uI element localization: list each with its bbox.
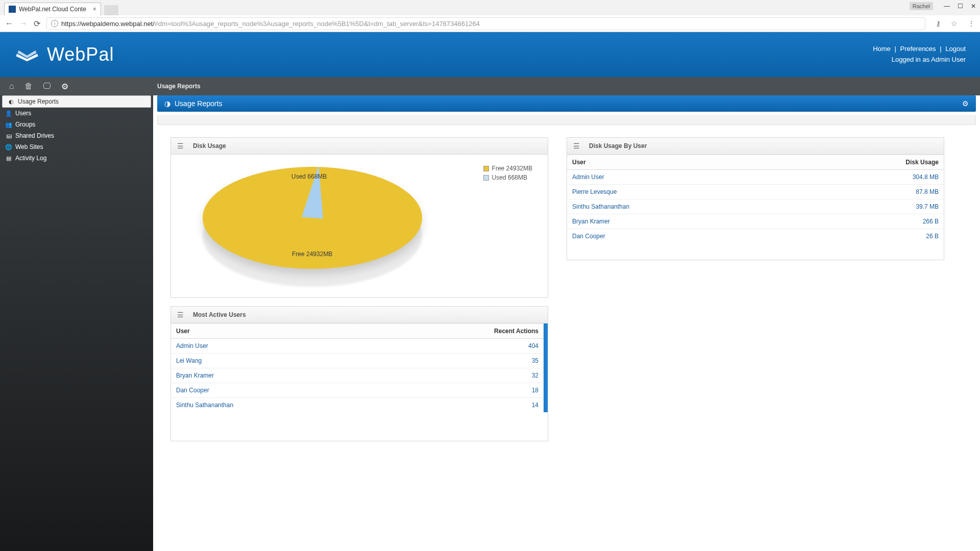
app-header: WebPal Home | Preferences | Logout Logge… [0, 32, 980, 77]
sidebar-item-shared-drives[interactable]: 🖴 Shared Drives [0, 130, 153, 141]
key-icon[interactable]: ⚷ [936, 19, 941, 28]
table-row[interactable]: Admin User404 [171, 339, 544, 354]
legend-swatch-used [483, 175, 489, 181]
home-link[interactable]: Home [873, 45, 891, 53]
url-host: https://webpaldemo.webpal.net/ [61, 20, 155, 28]
preferences-link[interactable]: Preferences [900, 45, 936, 53]
drive-icon: 🖴 [5, 132, 12, 139]
col-user: User [567, 155, 797, 170]
monitor-icon[interactable]: 🖵 [43, 82, 51, 91]
url-input[interactable]: i https://webpaldemo.webpal.net/#dm=tool… [46, 17, 925, 30]
sidebar-item-web-sites[interactable]: 🌐 Web Sites [0, 141, 153, 153]
cell-actions: 14 [377, 398, 544, 413]
panel-gear-icon[interactable]: ⚙ [962, 99, 969, 108]
pie-label-used: Used 668MB [291, 173, 327, 180]
sidebar: ◐ Usage Reports 👤 Users 👥 Groups 🖴 Share… [0, 95, 153, 551]
separator: | [940, 45, 941, 53]
tab-bar: WebPal.net Cloud Conte × Rachel — ☐ ✕ [0, 0, 980, 15]
list-icon[interactable]: ☰ [177, 311, 184, 319]
card-disk-usage-by-user: ☰ Disk Usage By User User Disk Usage Adm… [567, 137, 944, 260]
card-header: ☰ Disk Usage By User [567, 138, 944, 155]
table-row[interactable]: Dan Cooper18 [171, 383, 544, 398]
sub-toolbar [157, 115, 976, 125]
close-window-icon[interactable]: ✕ [970, 3, 977, 10]
list-icon[interactable]: ☰ [573, 142, 580, 150]
sidebar-item-users[interactable]: 👤 Users [0, 108, 153, 119]
sidebar-item-label: Web Sites [15, 143, 43, 151]
logo-mark-icon [14, 44, 40, 65]
header-links: Home | Preferences | Logout Logged in as… [873, 44, 966, 65]
site-info-icon[interactable]: i [51, 20, 58, 27]
card-title: Most Active Users [193, 311, 246, 318]
chart-icon: ◐ [8, 98, 15, 105]
brand-logo[interactable]: WebPal [14, 44, 114, 65]
cell-actions: 35 [377, 354, 544, 368]
sidebar-item-activity-log[interactable]: ▤ Activity Log [0, 153, 153, 164]
gear-icon[interactable]: ⚙ [61, 82, 68, 91]
cell-usage: 266 B [797, 214, 944, 229]
sidebar-item-groups[interactable]: 👥 Groups [0, 119, 153, 130]
table-row[interactable]: Bryan Kramer32 [171, 368, 544, 383]
table-row[interactable]: Admin User304.8 MB [567, 170, 944, 185]
cell-user: Sinthu Sathananthan [567, 199, 797, 214]
sidebar-item-label: Usage Reports [18, 98, 59, 105]
reload-icon[interactable]: ⟳ [34, 19, 40, 29]
col-actions: Recent Actions [377, 324, 544, 339]
table-row[interactable]: Bryan Kramer266 B [567, 214, 944, 229]
card-title: Disk Usage By User [589, 142, 647, 149]
back-icon[interactable]: ← [5, 19, 13, 28]
url-rest: #dm=tool%3Ausage_reports_node%3Ausage_re… [155, 20, 480, 28]
user-icon: 👤 [5, 110, 12, 117]
table-row[interactable]: Lei Wang35 [171, 354, 544, 368]
table-row[interactable]: Sinthu Sathananthan39.7 MB [567, 199, 944, 214]
page-title: Usage Reports [175, 99, 222, 108]
table-row[interactable]: Pierre Levesque87.8 MB [567, 185, 944, 199]
cell-user: Bryan Kramer [171, 368, 377, 383]
globe-icon: 🌐 [5, 143, 12, 151]
address-bar: ← → ⟳ i https://webpaldemo.webpal.net/#d… [0, 15, 980, 32]
card-most-active-users: ☰ Most Active Users User Recent Actions … [170, 306, 548, 441]
cell-usage: 26 B [797, 229, 944, 244]
table-active-users: User Recent Actions Admin User404Lei Wan… [171, 323, 544, 412]
cell-user: Sinthu Sathananthan [171, 398, 377, 413]
sidebar-item-usage-reports[interactable]: ◐ Usage Reports [2, 95, 151, 108]
toolbar-icons: ⌂ 🗑 🖵 ⚙ [0, 82, 153, 91]
star-icon[interactable]: ☆ [951, 19, 958, 28]
legend-free: Free 24932MB [492, 165, 532, 172]
profile-badge[interactable]: Rachel [910, 2, 933, 10]
cell-usage: 87.8 MB [797, 185, 944, 199]
scrollbar[interactable] [544, 323, 548, 412]
new-tab-button[interactable] [104, 5, 118, 15]
close-tab-icon[interactable]: × [93, 6, 96, 13]
table-row[interactable]: Sinthu Sathananthan14 [171, 398, 544, 413]
trash-icon[interactable]: 🗑 [24, 82, 33, 91]
table-row[interactable]: Dan Cooper26 B [567, 229, 944, 244]
logged-in-text: Logged in as Admin User [873, 55, 966, 65]
cell-user: Dan Cooper [171, 383, 377, 398]
browser-tab[interactable]: WebPal.net Cloud Conte × [4, 3, 101, 15]
legend: Free 24932MB Used 668MB [483, 165, 532, 183]
logout-link[interactable]: Logout [945, 45, 966, 53]
cell-user: Admin User [171, 339, 377, 354]
cell-user: Pierre Levesque [567, 185, 797, 199]
menu-icon[interactable]: ⋮ [968, 19, 975, 28]
cell-usage: 39.7 MB [797, 199, 944, 214]
minimize-icon[interactable]: — [943, 3, 950, 10]
forward-icon[interactable]: → [19, 19, 28, 28]
cell-user: Dan Cooper [567, 229, 797, 244]
page-panel-header: ◑ Usage Reports ⚙ [157, 95, 976, 112]
cell-user: Bryan Kramer [567, 214, 797, 229]
col-user: User [171, 324, 377, 339]
sidebar-item-label: Users [15, 110, 31, 117]
pie-label-free: Free 24932MB [292, 251, 332, 258]
sidebar-item-label: Shared Drives [15, 132, 54, 139]
home-icon[interactable]: ⌂ [9, 82, 14, 91]
layout: ◐ Usage Reports 👤 Users 👥 Groups 🖴 Share… [0, 95, 980, 551]
tab-title: WebPal.net Cloud Conte [19, 6, 86, 13]
list-icon[interactable]: ☰ [177, 142, 184, 150]
card-header: ☰ Disk Usage [171, 138, 548, 155]
cell-actions: 404 [377, 339, 544, 354]
cell-actions: 18 [377, 383, 544, 398]
legend-used: Used 668MB [492, 174, 527, 181]
maximize-icon[interactable]: ☐ [957, 3, 964, 10]
